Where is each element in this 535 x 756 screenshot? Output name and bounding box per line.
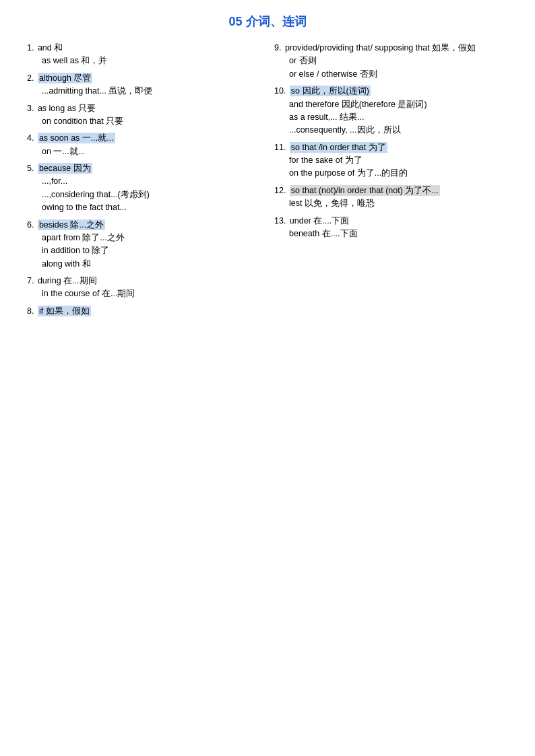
entry-number: 12. (274, 186, 288, 195)
page-title: 05 介词、连词 (27, 13, 508, 30)
entry-text: on the purpose of 为了...的目的 (289, 168, 408, 178)
list-item: 3. as long as 只要on condition that 只要 (27, 102, 261, 129)
entry-line: on condition that 只要 (27, 115, 261, 128)
entry-number: 4. (27, 133, 36, 143)
entry-line: 4. as soon as 一...就... (27, 132, 261, 145)
entry-text: ...,considering that...(考虑到) (42, 190, 150, 199)
entry-text: and therefore 因此(therefore 是副词) (289, 100, 427, 109)
entry-line: and therefore 因此(therefore 是副词) (274, 98, 508, 111)
list-item: 7. during 在...期间in the course of 在...期间 (27, 275, 261, 301)
highlight-blue: so that /in order that 为了 (290, 142, 387, 153)
entry-line: 8. if 如果，假如 (27, 305, 261, 318)
left-column: 1. and 和as well as 和，并2. although 尽管...a… (27, 42, 268, 322)
entry-number: 7. (27, 276, 36, 285)
entry-line: 5. because 因为 (27, 162, 261, 175)
entry-text: on 一...就... (42, 147, 85, 156)
entry-line: 1. and 和 (27, 42, 261, 55)
entry-number: 5. (27, 164, 36, 173)
entry-line: or else / otherwise 否则 (274, 68, 508, 81)
entry-text: along with 和 (42, 259, 91, 269)
list-item: 4. as soon as 一...就...on 一...就... (27, 132, 261, 158)
entry-line: 2. although 尽管 (27, 72, 261, 85)
entry-line: lest 以免，免得，唯恐 (274, 197, 508, 210)
entry-line: along with 和 (27, 258, 261, 271)
entry-text: as well as 和，并 (42, 56, 107, 65)
entry-line: apart from 除了...之外 (27, 232, 261, 244)
entry-line: beneath 在....下面 (274, 228, 508, 240)
list-item: 8. if 如果，假如 (27, 305, 261, 318)
entry-line: in addition to 除了 (27, 244, 261, 257)
entry-number: 2. (27, 73, 36, 83)
list-item: 2. although 尽管...admitting that... 虽说，即便 (27, 72, 261, 98)
entry-line: 11. so that /in order that 为了 (274, 141, 508, 154)
entry-line: 9. provided/providing that/ supposing th… (274, 42, 508, 55)
entry-text: as long as 只要 (38, 104, 96, 113)
entry-line: in the course of 在...期间 (27, 287, 261, 300)
entry-line: ...,considering that...(考虑到) (27, 188, 261, 201)
entry-line: for the sake of 为了 (274, 154, 508, 167)
entry-text: and 和 (38, 43, 63, 53)
entry-text: lest 以免，免得，唯恐 (289, 199, 375, 208)
entry-number: 6. (27, 220, 36, 230)
entry-text: during 在...期间 (38, 276, 97, 285)
entry-line: 12. so that (not)/in order that (not) 为了… (274, 184, 508, 197)
entry-text: for the sake of 为了 (289, 156, 363, 165)
entry-text: or else / otherwise 否则 (289, 69, 377, 79)
entry-number: 11. (274, 143, 288, 152)
highlight-blue: so 因此，所以(连词) (290, 85, 371, 96)
entry-text: under 在....下面 (290, 216, 349, 226)
entry-number: 13. (274, 216, 288, 226)
list-item: 11. so that /in order that 为了for the sak… (274, 141, 508, 180)
entry-text: apart from 除了...之外 (42, 233, 125, 242)
entry-text: beneath 在....下面 (289, 229, 358, 238)
list-item: 6. besides 除...之外apart from 除了...之外in ad… (27, 219, 261, 271)
entry-text: ...consequently, ...因此，所以 (289, 125, 401, 135)
entry-text: or 否则 (289, 56, 317, 65)
list-item: 10. so 因此，所以(连词)and therefore 因此(therefo… (274, 85, 508, 137)
entry-line: 13. under 在....下面 (274, 215, 508, 228)
list-item: 9. provided/providing that/ supposing th… (274, 42, 508, 81)
highlight-blue: although 尽管 (38, 73, 92, 83)
list-item: 12. so that (not)/in order that (not) 为了… (274, 184, 508, 211)
highlight-blue: because 因为 (38, 163, 92, 174)
right-column: 9. provided/providing that/ supposing th… (268, 42, 508, 322)
entry-line: on the purpose of 为了...的目的 (274, 167, 508, 180)
entry-line: ...,for... (27, 175, 261, 188)
entry-text: on condition that 只要 (42, 116, 123, 126)
entry-line: 3. as long as 只要 (27, 102, 261, 115)
entry-line: or 否则 (274, 55, 508, 67)
highlight-blue: besides 除...之外 (38, 219, 105, 230)
highlight-blue: as soon as 一...就... (38, 133, 115, 143)
entry-line: ...consequently, ...因此，所以 (274, 124, 508, 137)
entry-line: ...admitting that... 虽说，即便 (27, 85, 261, 98)
entry-text: ...,for... (42, 176, 67, 186)
entry-line: owing to the fact that... (27, 201, 261, 214)
entry-line: 10. so 因此，所以(连词) (274, 85, 508, 98)
entry-line: 7. during 在...期间 (27, 275, 261, 287)
entry-text: as a result,... 结果... (289, 112, 364, 122)
entry-text: provided/providing that/ supposing that … (285, 43, 476, 53)
entry-number: 10. (274, 86, 288, 96)
highlight-blue: if 如果，假如 (38, 306, 91, 316)
list-item: 1. and 和as well as 和，并 (27, 42, 261, 68)
highlight-gray: so that (not)/in order that (not) 为了不... (290, 185, 440, 196)
entry-number: 8. (27, 306, 36, 316)
entry-text: in addition to 除了 (42, 246, 109, 255)
entry-text: owing to the fact that... (42, 203, 127, 212)
entry-line: 6. besides 除...之外 (27, 219, 261, 232)
entry-text: ...admitting that... 虽说，即便 (42, 86, 152, 96)
entry-line: as well as 和，并 (27, 55, 261, 67)
entry-number: 1. (27, 43, 36, 53)
list-item: 5. because 因为...,for......,considering t… (27, 162, 261, 215)
entry-number: 3. (27, 104, 36, 113)
entry-number: 9. (274, 43, 284, 53)
list-item: 13. under 在....下面beneath 在....下面 (274, 215, 508, 241)
entry-line: on 一...就... (27, 145, 261, 158)
entry-text: in the course of 在...期间 (42, 289, 135, 298)
entry-line: as a result,... 结果... (274, 111, 508, 124)
